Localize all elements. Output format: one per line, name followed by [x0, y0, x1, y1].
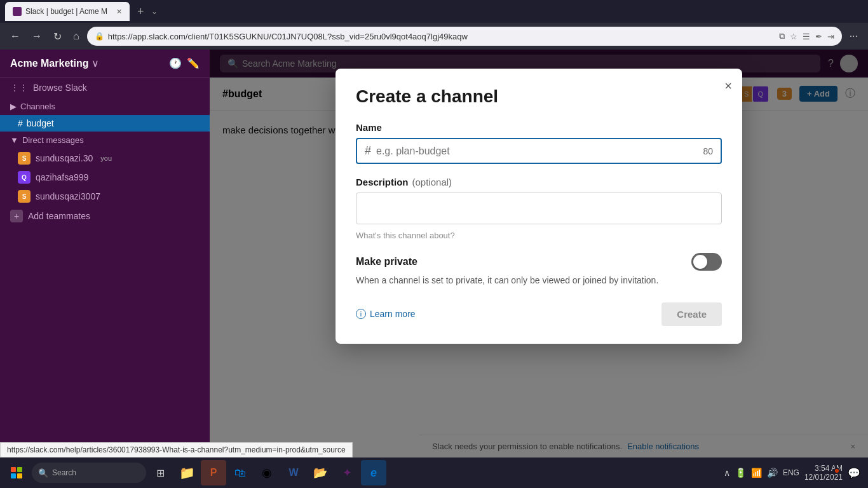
active-tab[interactable]: Slack | budget | Acme M ✕	[5, 2, 130, 21]
tab-close-button[interactable]: ✕	[116, 8, 122, 16]
browser-menu-button[interactable]: ···	[846, 28, 862, 44]
lock-icon: 🔒	[95, 32, 104, 41]
task-view-icon: ⊞	[156, 467, 165, 479]
channels-expand-icon: ▶	[10, 102, 17, 111]
description-field: Description (optional) What's this chann…	[356, 177, 722, 240]
toggle-thumb	[693, 255, 707, 269]
chrome-icon: ◉	[262, 466, 272, 480]
dm-label: Direct messages	[22, 135, 84, 145]
modal-overlay[interactable]: × Create a channel Name # 80	[210, 50, 868, 458]
workspace-name[interactable]: Acme Marketing	[10, 58, 89, 69]
add-teammates-button[interactable]: + Add teammates	[0, 206, 210, 226]
make-private-title: Make private	[356, 256, 417, 268]
modal-title: Create a channel	[356, 86, 722, 107]
dm-item-2[interactable]: S sundusqazi3007	[0, 187, 210, 206]
taskbar-search-icon: 🔍	[38, 468, 48, 478]
learn-more-link[interactable]: i Learn more	[356, 309, 416, 319]
dm-item-0[interactable]: S sundusqazi.30 you	[0, 149, 210, 168]
taskbar-task-view[interactable]: ⊞	[147, 460, 173, 485]
share-icon[interactable]: ⇥	[827, 32, 834, 41]
tab-dropdown-button[interactable]: ⌄	[151, 7, 158, 16]
channel-name-input[interactable]	[376, 146, 698, 157]
address-bar[interactable]: 🔒 https://app.slack.com/client/T01K5SGUK…	[87, 27, 842, 46]
forward-button[interactable]: →	[28, 28, 46, 44]
dm-avatar-1: Q	[18, 171, 31, 184]
channels-label: Channels	[20, 102, 55, 111]
taskbar-search-bar[interactable]: 🔍 Search	[32, 463, 146, 483]
make-private-section: Make private When a channel is set to pr…	[356, 253, 722, 287]
taskbar-chrome[interactable]: ◉	[254, 460, 280, 485]
dm-section-header[interactable]: ▼ Direct messages	[0, 132, 210, 149]
char-count: 80	[703, 146, 713, 156]
word-icon: W	[288, 467, 298, 478]
sign-in-icon[interactable]: ✒	[815, 32, 822, 41]
taskbar-file-explorer[interactable]: 📁	[174, 460, 200, 485]
private-header: Make private	[356, 253, 722, 271]
dm-name-1: qazihafsa999	[36, 172, 88, 182]
notification-center-icon[interactable]: 💬	[848, 467, 860, 479]
sidebar-item-browse-slack[interactable]: ⋮⋮ Browse Slack	[0, 78, 210, 98]
workspace-chevron-icon: ∨	[92, 57, 99, 69]
new-tab-button[interactable]: +	[132, 5, 149, 18]
speaker-icon[interactable]: 🔊	[767, 468, 778, 478]
modal-close-button[interactable]: ×	[724, 79, 732, 93]
star-icon[interactable]: ☆	[790, 32, 797, 41]
dm-avatar-0: S	[18, 152, 31, 165]
taskbar-store[interactable]: 🛍	[227, 460, 253, 485]
back-button[interactable]: ←	[6, 28, 24, 44]
sidebar-channel-budget[interactable]: # budget	[0, 115, 210, 132]
browse-slack-label: Browse Slack	[33, 83, 200, 93]
store-icon: 🛍	[234, 466, 246, 480]
modal-footer: i Learn more Create	[356, 302, 722, 326]
reading-view-icon[interactable]: ☰	[803, 32, 810, 41]
info-circle-icon: i	[356, 309, 366, 319]
clock-icon[interactable]: 🕐	[169, 57, 182, 69]
taskbar-files[interactable]: 📂	[308, 460, 333, 485]
description-label: Description (optional)	[356, 177, 722, 187]
sidebar: Acme Marketing ∨ 🕐 ✏️ ⋮⋮ Browse Slack ▶ …	[0, 50, 210, 458]
add-icon: +	[10, 210, 23, 222]
sidebar-header-icons: 🕐 ✏️	[169, 57, 200, 69]
create-channel-modal: × Create a channel Name # 80	[336, 69, 742, 344]
browser-chrome: Slack | budget | Acme M ✕ + ⌄ ← → ↻ ⌂ 🔒 …	[0, 0, 868, 50]
start-button[interactable]	[3, 459, 31, 487]
file-explorer-icon: 📁	[179, 465, 195, 480]
taskbar-search-label: Search	[52, 468, 76, 477]
hash-symbol: #	[365, 144, 371, 158]
taskbar-clock[interactable]: 3:54 AM 12/01/2021	[804, 464, 843, 482]
chevron-up-icon[interactable]: ∧	[724, 468, 730, 478]
taskbar-tray: ∧ 🔋 📶 🔊 ENG 3:54 AM 12/01/2021 💬	[724, 464, 865, 482]
taskbar: 🔍 Search ⊞ 📁 P 🛍 ◉ W 📂 ✦ e ∧ 🔋 📶 🔊 ENG 3…	[0, 458, 868, 488]
add-teammates-label: Add teammates	[28, 211, 90, 221]
description-input[interactable]	[356, 193, 722, 224]
network-icon[interactable]: 📶	[751, 468, 762, 478]
app-layout: Acme Marketing ∨ 🕐 ✏️ ⋮⋮ Browse Slack ▶ …	[0, 50, 868, 458]
url-tooltip-text: https://slack.com/help/articles/36001793…	[7, 445, 346, 454]
tabs-bar: Slack | budget | Acme M ✕ + ⌄	[0, 0, 868, 23]
create-channel-button[interactable]: Create	[661, 302, 722, 326]
dm-name-2: sundusqazi3007	[36, 191, 100, 201]
taskbar-powerpoint[interactable]: P	[201, 460, 226, 485]
description-hint: What's this channel about?	[356, 231, 722, 240]
dm-badge-0: you	[100, 154, 112, 162]
powerpoint-icon: P	[210, 467, 217, 478]
private-toggle[interactable]	[691, 253, 722, 271]
home-button[interactable]: ⌂	[69, 28, 83, 44]
channel-name: budget	[27, 118, 54, 128]
channels-section-header[interactable]: ▶ Channels	[0, 98, 210, 115]
sidebar-header: Acme Marketing ∨ 🕐 ✏️	[0, 50, 210, 78]
taskbar-slack[interactable]: ✦	[334, 460, 360, 485]
main-content: 🔍 Search Acme Marketing ? #budget S Q 3 …	[210, 50, 868, 458]
split-view-icon[interactable]: ⧉	[779, 31, 785, 41]
dm-item-1[interactable]: Q qazihafsa999	[0, 168, 210, 187]
make-private-desc: When a channel is set to private, it can…	[356, 274, 722, 287]
compose-icon[interactable]: ✏️	[187, 57, 200, 69]
refresh-button[interactable]: ↻	[50, 28, 65, 45]
taskbar-word[interactable]: W	[281, 460, 306, 485]
files-icon: 📂	[313, 466, 327, 480]
battery-icon[interactable]: 🔋	[735, 468, 746, 478]
taskbar-edge[interactable]: e	[361, 460, 386, 485]
name-label: Name	[356, 122, 722, 133]
windows-logo-icon	[11, 467, 22, 478]
notification-dot	[834, 468, 840, 474]
